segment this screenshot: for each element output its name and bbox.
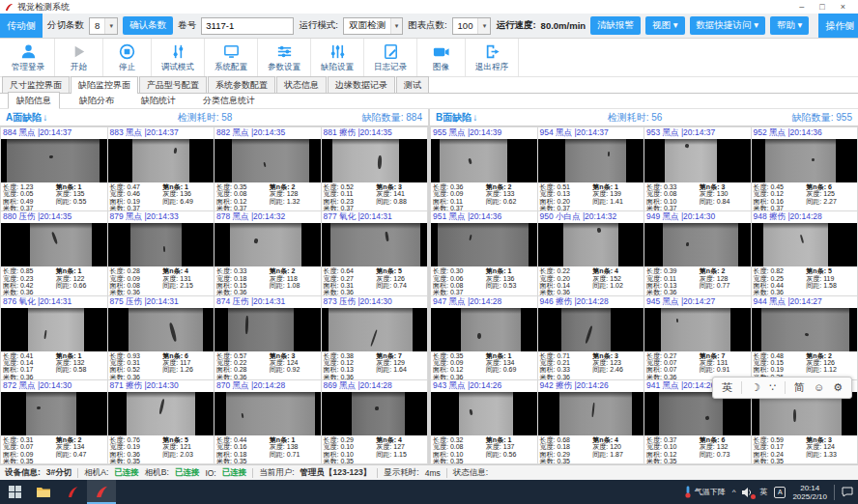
divider <box>785 381 786 394</box>
close-button[interactable]: × <box>841 0 845 14</box>
defect-cell[interactable]: 943 黑点 |20:14:26长度: 0.32宽度: 0.08面积: 0.10… <box>431 380 537 463</box>
defect-cell[interactable]: 955 黑点 |20:14:39长度: 0.36宽度: 0.09面积: 0.11… <box>431 127 537 210</box>
sort-down-icon[interactable]: ↓ <box>472 112 477 123</box>
chevron-down-icon[interactable]: ▾ <box>104 18 117 34</box>
image-button[interactable]: 图像 <box>417 39 466 76</box>
taskbar-clock[interactable]: 20:14 2025/2/10 <box>792 484 827 501</box>
defect-settings-button[interactable]: 缺陷设置 <box>311 39 364 76</box>
ime-simplified-toggle[interactable]: 简 <box>794 382 805 393</box>
defect-cell[interactable]: 942 擦伤 |20:14:26长度: 0.68宽度: 0.18面积: 0.29… <box>538 380 644 463</box>
defect-cell[interactable]: 874 压伤 |20:14:31长度: 0.57宽度: 0.22面积: 0.28… <box>214 296 321 379</box>
defect-cell[interactable]: 946 擦伤 |20:14:28长度: 0.71宽度: 0.21面积: 0.33… <box>538 296 644 379</box>
slit-count-select[interactable]: 8 ▾ <box>89 17 118 35</box>
defect-cell-info: 长度: 0.35宽度: 0.08面积: 0.12米数: 0.37第n条: 2灰度… <box>214 182 321 210</box>
app-taskbar-icon-active[interactable] <box>87 480 116 504</box>
drive-side-button[interactable]: 传动侧 <box>0 14 43 38</box>
defect-cell[interactable]: 870 黑点 |20:14:28长度: 0.44宽度: 0.16面积: 0.18… <box>214 380 321 463</box>
tray-expand-chevron[interactable]: ^ <box>732 488 736 496</box>
sort-down-icon[interactable]: ↓ <box>43 112 47 123</box>
weather-text: 气温下降 <box>695 487 726 497</box>
app-taskbar-icon[interactable] <box>58 480 87 504</box>
metric-line: 第n条: 1 <box>162 183 212 190</box>
defect-image-strip <box>28 308 84 351</box>
defect-cell[interactable]: 879 黑点 |20:14:33长度: 0.28宽度: 0.09面积: 0.08… <box>108 211 214 294</box>
defect-cell[interactable]: 944 黑点 |20:14:27长度: 0.48宽度: 0.15面积: 0.19… <box>752 296 858 379</box>
defect-cell[interactable]: 948 擦伤 |20:14:28长度: 0.82宽度: 0.25面积: 0.44… <box>752 211 858 294</box>
defect-cell[interactable]: 872 黑点 |20:14:30长度: 0.31宽度: 0.07面积: 0.09… <box>1 380 107 463</box>
defect-cell[interactable]: 877 氧化 |20:14:31长度: 0.64宽度: 0.27面积: 0.31… <box>322 211 428 294</box>
defect-cell[interactable]: 881 擦伤 |20:14:35长度: 0.52宽度: 0.11面积: 0.23… <box>322 127 428 210</box>
defect-cell[interactable]: 945 黑点 |20:14:27长度: 0.27宽度: 0.07面积: 0.07… <box>644 296 751 379</box>
quick-access-menu-button[interactable]: 数据快捷访问 ▾ <box>690 16 765 35</box>
log-record-button[interactable]: 日志记录 <box>364 39 417 76</box>
help-menu-button[interactable]: 帮助 ▾ <box>770 16 809 35</box>
defect-cell[interactable]: 950 小白点 |20:14:32长度: 0.22宽度: 0.20面积: 0.1… <box>538 211 644 294</box>
defect-cell[interactable]: 875 压伤 |20:14:31长度: 0.93宽度: 0.31面积: 0.52… <box>108 296 214 379</box>
start-button[interactable]: 开始 <box>55 39 103 76</box>
debug-mode-button[interactable]: 调试模式 <box>152 39 205 76</box>
tab-test[interactable]: 测试 <box>396 76 429 93</box>
start-button[interactable] <box>0 480 29 504</box>
ime-punctuation-icon[interactable]: ∵ <box>769 382 776 393</box>
defect-metrics-left: 长度: 0.51宽度: 0.13面积: 0.20米数: 0.37 <box>540 183 593 210</box>
defect-cell[interactable]: 949 黑点 |20:14:30长度: 0.39宽度: 0.11面积: 0.13… <box>644 211 751 294</box>
stop-button[interactable]: 停止 <box>103 39 152 76</box>
subtab-class-stats[interactable]: 分类信息统计 <box>195 93 263 108</box>
log-record-button-label: 日志记录 <box>374 62 407 73</box>
notification-center-button[interactable] <box>842 487 853 497</box>
tab-defect-monitor[interactable]: 缺陷监控界面 <box>71 76 138 94</box>
roll-number-input[interactable] <box>201 17 294 35</box>
defect-cell[interactable]: 954 黑点 |20:14:37长度: 0.51宽度: 0.13面积: 0.20… <box>538 127 644 210</box>
defect-cell[interactable]: 876 氧化 |20:14:31长度: 0.41宽度: 0.14面积: 0.17… <box>1 296 107 379</box>
defect-cell[interactable]: 882 黑点 |20:14:35长度: 0.35宽度: 0.08面积: 0.12… <box>214 127 321 210</box>
system-config-button[interactable]: 系统配置 <box>205 39 258 76</box>
defect-cell-info: 长度: 0.85宽度: 0.23面积: 0.42米数: 0.36第n条: 1灰度… <box>1 266 107 294</box>
ime-language-indicator[interactable]: 英 <box>759 487 767 497</box>
tab-status-info[interactable]: 状态信息 <box>276 76 327 93</box>
ime-night-icon[interactable]: ☽ <box>751 382 760 393</box>
defect-cell[interactable]: 883 黑点 |20:14:37长度: 0.47宽度: 0.46面积: 0.19… <box>108 127 214 210</box>
tune-icon <box>169 42 187 61</box>
defect-cell[interactable]: 869 黑点 |20:14:28长度: 0.29宽度: 0.10面积: 0.10… <box>322 380 428 463</box>
file-explorer-button[interactable] <box>29 480 58 504</box>
exit-program-button[interactable]: 退出程序 <box>466 39 519 76</box>
operator-side-button[interactable]: 操作侧 <box>818 14 858 38</box>
maximize-button[interactable]: □ <box>819 0 824 14</box>
defect-cell[interactable]: 884 黑点 |20:14:37长度: 1.23宽度: 0.05面积: 0.49… <box>1 127 107 210</box>
clear-alarm-button[interactable]: 清缺报警 <box>590 16 641 35</box>
ime-mode-icon[interactable]: A <box>774 487 786 498</box>
defect-cell[interactable]: 871 擦伤 |20:14:30长度: 0.76宽度: 0.19面积: 0.36… <box>108 380 214 463</box>
tab-system-params[interactable]: 系统参数配置 <box>208 76 275 93</box>
confirm-count-button[interactable]: 确认条数 <box>123 16 173 35</box>
ime-emoji-icon[interactable]: ☺ <box>814 382 824 393</box>
chevron-down-icon[interactable]: ▾ <box>477 18 490 34</box>
admin-login-button[interactable]: 管理登录 <box>2 39 55 76</box>
subtab-defect-stats[interactable]: 缺陷统计 <box>133 93 184 108</box>
ime-english-toggle[interactable]: 英 <box>722 382 732 393</box>
run-mode-select[interactable]: 双面检测 ▾ <box>343 17 403 35</box>
chevron-down-icon[interactable]: ▾ <box>390 18 402 34</box>
param-settings-button[interactable]: 参数设置 <box>258 39 311 76</box>
metric-line: 宽度: 0.25 <box>754 275 807 282</box>
defect-cell[interactable]: 951 黑点 |20:14:36长度: 0.30宽度: 0.06面积: 0.08… <box>431 211 537 294</box>
minimize-button[interactable]: – <box>799 0 804 14</box>
subtab-defect-info[interactable]: 缺陷信息 <box>8 92 60 109</box>
view-menu-button[interactable]: 视图 ▾ <box>645 16 684 35</box>
defect-cell[interactable]: 873 压伤 |20:14:30长度: 0.38宽度: 0.12面积: 0.13… <box>322 296 428 379</box>
defect-cell[interactable]: 953 黑点 |20:14:37长度: 0.33宽度: 0.08面积: 0.10… <box>644 127 751 210</box>
defect-cell[interactable]: 880 压伤 |20:14:35长度: 0.85宽度: 0.23面积: 0.42… <box>1 211 107 294</box>
run-speed-value: 80.0m/min <box>541 20 586 31</box>
tab-edge-data[interactable]: 边缘数据记录 <box>328 76 395 93</box>
tab-product-config[interactable]: 产品型号配置 <box>139 76 207 93</box>
weather-widget[interactable]: 气温下降 <box>684 486 726 498</box>
metric-line: 米数: 0.35 <box>110 458 163 463</box>
defect-cell[interactable]: 947 黑点 |20:14:28长度: 0.35宽度: 0.09面积: 0.12… <box>431 296 537 379</box>
subtab-defect-distribution[interactable]: 缺陷分布 <box>72 93 122 108</box>
defect-cell[interactable]: 878 黑点 |20:14:32长度: 0.33宽度: 0.18面积: 0.15… <box>214 211 321 294</box>
defect-cell-info: 长度: 1.23宽度: 0.05面积: 0.49米数: 0.37第n条: 1灰度… <box>1 182 107 210</box>
chart-points-select[interactable]: 100 ▾ <box>452 17 492 35</box>
ime-settings-icon[interactable]: ⚙ <box>833 382 843 393</box>
tab-size-monitor[interactable]: 尺寸监控界面 <box>2 76 70 93</box>
volume-icon[interactable] <box>742 488 753 497</box>
defect-cell[interactable]: 952 黑点 |20:14:36长度: 0.45宽度: 0.12面积: 0.16… <box>752 127 858 210</box>
